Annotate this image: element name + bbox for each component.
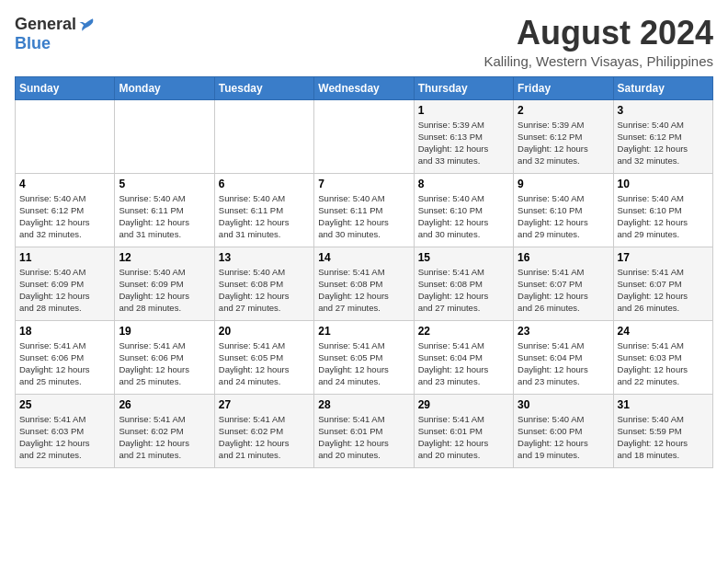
day-info: Sunrise: 5:40 AM Sunset: 6:11 PM Dayligh… [318, 192, 409, 241]
calendar-subtitle: Kaliling, Western Visayas, Philippines [483, 53, 713, 69]
day-info: Sunrise: 5:40 AM Sunset: 6:10 PM Dayligh… [618, 192, 709, 241]
day-cell: 2Sunrise: 5:39 AM Sunset: 6:12 PM Daylig… [514, 99, 613, 173]
calendar-title: August 2024 [483, 15, 713, 52]
day-info: Sunrise: 5:40 AM Sunset: 5:59 PM Dayligh… [618, 413, 709, 462]
day-number: 29 [418, 398, 509, 411]
day-number: 19 [119, 325, 210, 338]
day-number: 14 [318, 251, 409, 264]
day-info: Sunrise: 5:40 AM Sunset: 6:11 PM Dayligh… [119, 192, 210, 241]
day-number: 11 [19, 251, 110, 264]
day-info: Sunrise: 5:41 AM Sunset: 6:04 PM Dayligh… [418, 339, 509, 388]
day-info: Sunrise: 5:40 AM Sunset: 6:00 PM Dayligh… [518, 413, 609, 462]
day-cell: 25Sunrise: 5:41 AM Sunset: 6:03 PM Dayli… [16, 394, 115, 467]
day-cell: 7Sunrise: 5:40 AM Sunset: 6:11 PM Daylig… [314, 173, 414, 247]
day-cell: 4Sunrise: 5:40 AM Sunset: 6:12 PM Daylig… [16, 173, 115, 247]
day-number: 15 [418, 251, 509, 264]
day-info: Sunrise: 5:41 AM Sunset: 6:01 PM Dayligh… [418, 413, 509, 462]
day-info: Sunrise: 5:41 AM Sunset: 6:06 PM Dayligh… [119, 339, 210, 388]
day-cell [16, 99, 115, 173]
day-info: Sunrise: 5:40 AM Sunset: 6:08 PM Dayligh… [219, 266, 310, 315]
day-number: 13 [219, 251, 310, 264]
day-cell: 26Sunrise: 5:41 AM Sunset: 6:02 PM Dayli… [115, 394, 214, 467]
day-cell: 15Sunrise: 5:41 AM Sunset: 6:08 PM Dayli… [414, 247, 513, 320]
week-row-3: 11Sunrise: 5:40 AM Sunset: 6:09 PM Dayli… [16, 247, 713, 320]
day-number: 20 [219, 325, 310, 338]
logo-bird-icon [78, 17, 95, 33]
day-info: Sunrise: 5:40 AM Sunset: 6:09 PM Dayligh… [119, 266, 210, 315]
day-cell: 29Sunrise: 5:41 AM Sunset: 6:01 PM Dayli… [414, 394, 513, 467]
day-info: Sunrise: 5:40 AM Sunset: 6:10 PM Dayligh… [418, 192, 509, 241]
day-cell: 3Sunrise: 5:40 AM Sunset: 6:12 PM Daylig… [613, 99, 712, 173]
logo-blue: Blue [15, 34, 51, 53]
day-number: 24 [618, 325, 709, 338]
day-info: Sunrise: 5:41 AM Sunset: 6:08 PM Dayligh… [418, 266, 509, 315]
day-cell: 10Sunrise: 5:40 AM Sunset: 6:10 PM Dayli… [613, 173, 712, 247]
day-number: 27 [219, 398, 310, 411]
day-cell: 31Sunrise: 5:40 AM Sunset: 5:59 PM Dayli… [613, 394, 712, 467]
day-info: Sunrise: 5:40 AM Sunset: 6:11 PM Dayligh… [219, 192, 310, 241]
day-cell: 1Sunrise: 5:39 AM Sunset: 6:13 PM Daylig… [414, 99, 513, 173]
title-area: August 2024 Kaliling, Western Visayas, P… [483, 15, 713, 69]
week-row-2: 4Sunrise: 5:40 AM Sunset: 6:12 PM Daylig… [16, 173, 713, 247]
day-number: 28 [318, 398, 409, 411]
day-number: 22 [418, 325, 509, 338]
day-cell: 18Sunrise: 5:41 AM Sunset: 6:06 PM Dayli… [16, 320, 115, 394]
day-number: 9 [518, 178, 609, 190]
day-cell [214, 99, 313, 173]
header-row: SundayMondayTuesdayWednesdayThursdayFrid… [16, 76, 713, 99]
day-number: 12 [119, 251, 210, 264]
day-info: Sunrise: 5:41 AM Sunset: 6:05 PM Dayligh… [219, 339, 310, 388]
calendar-table: SundayMondayTuesdayWednesdayThursdayFrid… [15, 76, 713, 468]
day-cell: 11Sunrise: 5:40 AM Sunset: 6:09 PM Dayli… [16, 247, 115, 320]
day-cell [115, 99, 214, 173]
day-number: 7 [318, 178, 409, 190]
day-info: Sunrise: 5:41 AM Sunset: 6:02 PM Dayligh… [219, 413, 310, 462]
day-number: 26 [119, 398, 210, 411]
day-cell: 5Sunrise: 5:40 AM Sunset: 6:11 PM Daylig… [115, 173, 214, 247]
day-number: 1 [418, 104, 509, 117]
header-cell-thursday: Thursday [414, 76, 513, 99]
day-info: Sunrise: 5:39 AM Sunset: 6:12 PM Dayligh… [518, 119, 609, 167]
week-row-5: 25Sunrise: 5:41 AM Sunset: 6:03 PM Dayli… [16, 394, 713, 467]
day-info: Sunrise: 5:41 AM Sunset: 6:06 PM Dayligh… [19, 339, 110, 388]
day-number: 21 [318, 325, 409, 338]
header: General Blue August 2024 Kaliling, Weste… [15, 15, 713, 69]
day-cell: 17Sunrise: 5:41 AM Sunset: 6:07 PM Dayli… [613, 247, 712, 320]
day-cell: 20Sunrise: 5:41 AM Sunset: 6:05 PM Dayli… [214, 320, 313, 394]
header-cell-wednesday: Wednesday [314, 76, 414, 99]
day-cell: 13Sunrise: 5:40 AM Sunset: 6:08 PM Dayli… [214, 247, 313, 320]
logo: General Blue [15, 15, 95, 53]
header-cell-tuesday: Tuesday [214, 76, 313, 99]
header-cell-monday: Monday [115, 76, 214, 99]
day-number: 3 [618, 104, 709, 117]
day-number: 18 [19, 325, 110, 338]
day-number: 8 [418, 178, 509, 190]
day-cell: 28Sunrise: 5:41 AM Sunset: 6:01 PM Dayli… [314, 394, 414, 467]
week-row-4: 18Sunrise: 5:41 AM Sunset: 6:06 PM Dayli… [16, 320, 713, 394]
day-number: 23 [518, 325, 609, 338]
day-number: 2 [518, 104, 609, 117]
day-number: 30 [518, 398, 609, 411]
header-cell-friday: Friday [514, 76, 613, 99]
day-info: Sunrise: 5:41 AM Sunset: 6:03 PM Dayligh… [618, 339, 709, 388]
day-info: Sunrise: 5:41 AM Sunset: 6:01 PM Dayligh… [318, 413, 409, 462]
day-info: Sunrise: 5:40 AM Sunset: 6:09 PM Dayligh… [19, 266, 110, 315]
day-cell: 6Sunrise: 5:40 AM Sunset: 6:11 PM Daylig… [214, 173, 313, 247]
day-info: Sunrise: 5:41 AM Sunset: 6:07 PM Dayligh… [618, 266, 709, 315]
day-number: 31 [618, 398, 709, 411]
day-cell: 12Sunrise: 5:40 AM Sunset: 6:09 PM Dayli… [115, 247, 214, 320]
day-number: 10 [618, 178, 709, 190]
day-info: Sunrise: 5:41 AM Sunset: 6:04 PM Dayligh… [518, 339, 609, 388]
day-cell: 14Sunrise: 5:41 AM Sunset: 6:08 PM Dayli… [314, 247, 414, 320]
day-cell [314, 99, 414, 173]
logo-general: General [15, 15, 76, 34]
day-cell: 22Sunrise: 5:41 AM Sunset: 6:04 PM Dayli… [414, 320, 513, 394]
day-info: Sunrise: 5:41 AM Sunset: 6:07 PM Dayligh… [518, 266, 609, 315]
day-cell: 24Sunrise: 5:41 AM Sunset: 6:03 PM Dayli… [613, 320, 712, 394]
day-cell: 19Sunrise: 5:41 AM Sunset: 6:06 PM Dayli… [115, 320, 214, 394]
day-info: Sunrise: 5:39 AM Sunset: 6:13 PM Dayligh… [418, 119, 509, 167]
day-info: Sunrise: 5:40 AM Sunset: 6:12 PM Dayligh… [19, 192, 110, 241]
day-info: Sunrise: 5:40 AM Sunset: 6:10 PM Dayligh… [518, 192, 609, 241]
day-cell: 9Sunrise: 5:40 AM Sunset: 6:10 PM Daylig… [514, 173, 613, 247]
day-info: Sunrise: 5:41 AM Sunset: 6:02 PM Dayligh… [119, 413, 210, 462]
